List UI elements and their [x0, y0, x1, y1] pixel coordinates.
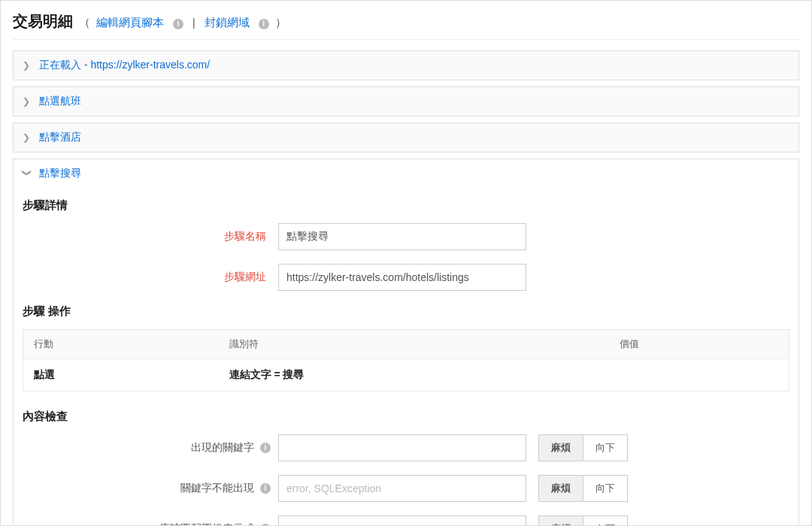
case-btn-down[interactable]: 向下: [583, 435, 627, 461]
case-toggle: 麻煩 向下: [538, 475, 628, 502]
step-details-title: 步驟詳情: [23, 198, 789, 213]
panel-body-search: 步驟詳情 步驟名稱 步驟網址 步驟 操作 行動 識別符 價值: [14, 188, 798, 526]
block-domain-link[interactable]: 封鎖網域: [205, 16, 250, 30]
info-icon[interactable]: i: [260, 443, 271, 453]
panel-search: ❯ 點擊搜尋 步驟詳情 步驟名稱 步驟網址 步驟 操作 行動 識別符 價值: [13, 159, 799, 526]
panel-header-flights[interactable]: ❯ 點選航班: [14, 87, 798, 116]
actions-table: 行動 識別符 價值 點選 連結文字 = 搜尋: [23, 329, 789, 391]
regex-match-row: 應該匹配正規表示式 i 麻煩 向下: [23, 515, 789, 526]
regex-match-input[interactable]: [278, 515, 526, 526]
col-identifier: 識別符: [219, 330, 609, 359]
panel-loading: ❯ 正在載入 - https://zylker-travels.com/: [13, 50, 799, 80]
header-separator: |: [189, 17, 198, 29]
page-container: 交易明細 （ 編輯網頁腳本 i | 封鎖網域 i ） ❯ 正在載入 - http…: [0, 0, 812, 526]
cell-value: [609, 359, 789, 391]
col-action: 行動: [23, 330, 219, 359]
cell-identifier: 連結文字 = 搜尋: [219, 359, 609, 391]
step-url-row: 步驟網址: [23, 264, 789, 291]
chevron-right-icon: ❯: [23, 60, 32, 71]
panel-header-hotels[interactable]: ❯ 點擊酒店: [14, 123, 798, 152]
info-icon[interactable]: i: [260, 483, 271, 494]
cc-label-text: 關鍵字不能出現: [180, 482, 254, 494]
chevron-down-icon: ❯: [22, 169, 32, 178]
cell-action: 點選: [23, 359, 219, 391]
keyword-present-label: 出現的關鍵字 i: [23, 441, 278, 455]
paren-close: ）: [275, 16, 286, 30]
case-btn-down[interactable]: 向下: [583, 476, 627, 501]
regex-match-label: 應該匹配正規表示式 i: [23, 522, 278, 526]
cc-label-text: 出現的關鍵字: [191, 441, 254, 453]
case-btn-trouble[interactable]: 麻煩: [539, 516, 583, 526]
info-icon[interactable]: i: [173, 19, 183, 29]
keyword-absent-label: 關鍵字不能出現 i: [23, 482, 278, 495]
keyword-absent-row: 關鍵字不能出現 i 麻煩 向下: [23, 475, 789, 502]
cc-label-text: 應該匹配正規表示式: [159, 522, 254, 526]
page-title: 交易明細: [13, 11, 73, 32]
keyword-present-row: 出現的關鍵字 i 麻煩 向下: [23, 434, 789, 461]
page-header: 交易明細 （ 編輯網頁腳本 i | 封鎖網域 i ）: [13, 11, 799, 40]
panel-hotels: ❯ 點擊酒店: [13, 122, 799, 153]
panel-title-search: 點擊搜尋: [39, 167, 81, 180]
content-check-title: 內容檢查: [23, 410, 789, 424]
step-actions-title: 步驟 操作: [23, 304, 789, 319]
step-name-label: 步驟名稱: [23, 230, 278, 243]
case-btn-down[interactable]: 向下: [583, 516, 627, 526]
edit-script-link[interactable]: 編輯網頁腳本: [96, 16, 164, 30]
step-name-input[interactable]: [278, 223, 526, 250]
panel-title-flights: 點選航班: [39, 95, 81, 108]
case-toggle: 麻煩 向下: [538, 515, 628, 526]
panel-header-loading[interactable]: ❯ 正在載入 - https://zylker-travels.com/: [14, 51, 798, 80]
keyword-present-input[interactable]: [278, 434, 526, 461]
case-btn-trouble[interactable]: 麻煩: [539, 476, 583, 501]
step-url-label: 步驟網址: [23, 271, 278, 284]
table-row[interactable]: 點選 連結文字 = 搜尋: [23, 359, 789, 391]
panel-flights: ❯ 點選航班: [13, 86, 799, 116]
case-btn-trouble[interactable]: 麻煩: [539, 435, 583, 461]
table-header-row: 行動 識別符 價值: [23, 330, 789, 359]
keyword-absent-input[interactable]: [278, 475, 526, 502]
step-url-input[interactable]: [278, 264, 526, 291]
col-value: 價值: [609, 330, 789, 359]
panel-title-hotels: 點擊酒店: [39, 131, 81, 144]
chevron-right-icon: ❯: [23, 96, 32, 107]
step-name-row: 步驟名稱: [23, 223, 789, 250]
case-toggle: 麻煩 向下: [538, 434, 628, 461]
paren-open: （: [79, 16, 90, 30]
panel-header-search[interactable]: ❯ 點擊搜尋: [14, 159, 798, 188]
info-icon[interactable]: i: [259, 19, 269, 29]
chevron-right-icon: ❯: [23, 132, 32, 143]
panel-title-loading: 正在載入 - https://zylker-travels.com/: [39, 59, 210, 72]
